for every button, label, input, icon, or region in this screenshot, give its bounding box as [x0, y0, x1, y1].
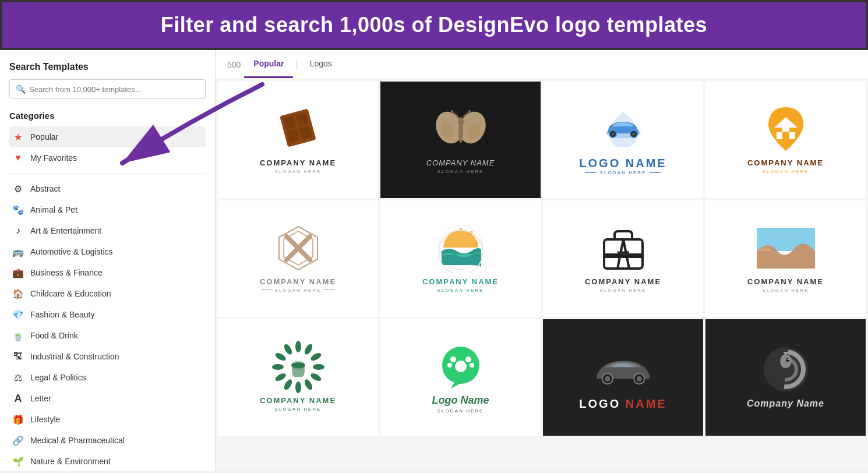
sidebar-item-label: Legal & Politics: [30, 373, 86, 382]
logo-text-block-6: COMPANY NAME SLOGAN HERE: [422, 277, 499, 293]
company-name-3: LOGO NAME: [579, 157, 666, 170]
slogan-10: SLOGAN HERE: [432, 408, 489, 414]
sidebar-item-label: Letter: [30, 394, 51, 403]
logo-card-5[interactable]: COMPANY NAME SLOGAN HERE: [218, 200, 378, 317]
svg-point-50: [274, 351, 287, 362]
sidebar-item-label: Business & Finance: [30, 268, 103, 277]
company-name-4: COMPANY NAME: [747, 158, 824, 167]
sidebar-item-label: Lifestyle: [30, 415, 60, 424]
logo-grid: COMPANY NAME SLOGAN HERE: [216, 79, 868, 438]
logo-card-8[interactable]: COMPANY NAME SLOGAN HERE: [705, 200, 866, 317]
medical-icon: 🔗: [12, 434, 24, 447]
svg-point-40: [295, 341, 301, 352]
art-icon: ♪: [12, 224, 24, 237]
tabs-bar: 500 Popular | Logos: [216, 50, 868, 79]
slogan-8: SLOGAN HERE: [747, 288, 824, 293]
sidebar-item-label: Popular: [30, 132, 58, 142]
logo-card-7[interactable]: COMPANY NAME SLOGAN HERE: [543, 200, 703, 317]
svg-point-44: [309, 372, 322, 383]
logo-card-1[interactable]: COMPANY NAME SLOGAN HERE: [218, 82, 378, 198]
sidebar-item-medical[interactable]: 🔗 Medical & Pharmaceutical: [9, 430, 206, 451]
sidebar-item-nature[interactable]: 🌱 Nature & Environment: [9, 451, 206, 471]
svg-point-48: [274, 372, 287, 383]
categories-title: Categories: [9, 111, 206, 121]
logo-visual-11: [594, 345, 652, 391]
logo-text-block-3: LOGO NAME SLOGAN HERE: [579, 157, 666, 175]
slogan-5: SLOGAN HERE: [275, 288, 322, 293]
company-name-8: COMPANY NAME: [747, 277, 824, 286]
svg-point-42: [309, 351, 322, 362]
company-name-6: COMPANY NAME: [422, 277, 499, 286]
sidebar-item-childcare[interactable]: 🏠 Childcare & Education: [9, 283, 206, 304]
company-name-5: COMPANY NAME: [260, 277, 336, 286]
svg-point-19: [632, 132, 636, 136]
company-name-1: COMPANY NAME: [260, 158, 336, 167]
svg-point-70: [786, 358, 789, 362]
logo-text-block-4: COMPANY NAME Slogan Here: [747, 158, 824, 174]
logo-visual-3: [594, 104, 652, 151]
search-box[interactable]: 🔍: [9, 79, 206, 99]
sidebar-item-label: Automotive & Logistics: [30, 247, 113, 256]
logo-text-block-5: COMPANY NAME SLOGAN HERE: [260, 277, 336, 293]
logo-visual-9: [269, 344, 327, 390]
sidebar-item-label: Medical & Pharmaceutical: [30, 436, 125, 445]
sidebar-item-fashion[interactable]: 💎 Fashion & Beauty: [9, 304, 206, 325]
logo-visual-1: [269, 106, 327, 153]
svg-point-41: [303, 343, 314, 355]
svg-point-56: [455, 361, 467, 372]
sidebar-item-abstract[interactable]: ⚙ Abstract: [9, 178, 206, 199]
sidebar-item-popular[interactable]: ★ Popular: [9, 126, 206, 147]
sidebar-item-art[interactable]: ♪ Art & Entertainment: [9, 220, 206, 241]
logo-card-10[interactable]: Logo Name SLOGAN HERE: [380, 319, 541, 436]
sidebar-item-lifestyle[interactable]: 🎁 Lifestyle: [9, 409, 206, 430]
sidebar-item-letter[interactable]: A Letter: [9, 388, 206, 409]
slogan-3: SLOGAN HERE: [579, 170, 666, 175]
sidebar-item-business[interactable]: 💼 Business & Finance: [9, 262, 206, 283]
header-title: Filter and search 1,000s of DesignEvo lo…: [20, 13, 848, 37]
animal-icon: 🐾: [12, 203, 24, 216]
popular-icon: ★: [12, 130, 24, 143]
svg-point-59: [447, 363, 452, 368]
header-banner: Filter and search 1,000s of DesignEvo lo…: [0, 0, 868, 50]
tab-logos[interactable]: Logos: [301, 51, 341, 78]
tab-popular[interactable]: Popular: [244, 51, 293, 78]
sidebar-item-animal[interactable]: 🐾 Animal & Pet: [9, 199, 206, 220]
logo-card-2[interactable]: COMPANY NAME slogan here: [380, 82, 541, 198]
logo-card-6[interactable]: COMPANY NAME SLOGAN HERE: [380, 200, 541, 317]
company-name-10: Logo Name: [432, 394, 489, 407]
svg-point-46: [295, 382, 301, 393]
logo-visual-8: [757, 225, 815, 271]
sidebar-item-favorites[interactable]: ♥ My Favorites: [9, 147, 206, 168]
company-name-7: COMPANY NAME: [585, 277, 661, 286]
sidebar-item-automotive[interactable]: 🚌 Automotive & Logistics: [9, 241, 206, 262]
search-input[interactable]: [29, 85, 199, 94]
company-name-12: Company Name: [747, 398, 824, 409]
sidebar-title: Search Templates: [9, 62, 206, 72]
logo-card-12[interactable]: Company Name: [705, 319, 866, 436]
sidebar-item-label: My Favorites: [30, 153, 77, 163]
svg-point-63: [605, 376, 610, 381]
company-name-2: COMPANY NAME: [426, 158, 495, 167]
logo-card-4[interactable]: COMPANY NAME Slogan Here: [705, 82, 866, 198]
logo-card-9[interactable]: COMPANY NAME SLOGAN HERE: [218, 319, 378, 436]
sidebar-item-label: Nature & Environment: [30, 457, 111, 466]
svg-point-47: [283, 378, 294, 391]
sidebar-item-legal[interactable]: ⚖ Legal & Politics: [9, 367, 206, 388]
svg-point-64: [636, 376, 641, 381]
logo-visual-10: [432, 342, 490, 389]
sidebar-item-label: Industrial & Construction: [30, 352, 119, 361]
logo-card-11[interactable]: LOGO NAME: [543, 319, 703, 436]
logo-visual-7: [594, 225, 652, 271]
svg-point-60: [470, 363, 474, 368]
sidebar-item-industrial[interactable]: 🏗 Industrial & Construction: [9, 346, 206, 367]
food-icon: 🍵: [12, 329, 24, 342]
sidebar-item-food[interactable]: 🍵 Food & Drink: [9, 325, 206, 346]
logo-visual-5: [269, 225, 327, 271]
sidebar-item-label: Animal & Pet: [30, 205, 77, 214]
sidebar: Search Templates 🔍 Categories ★ Popular …: [0, 50, 216, 471]
slogan-7: SLOGAN HERE: [585, 288, 661, 293]
automotive-icon: 🚌: [12, 245, 24, 258]
sidebar-item-label: Art & Entertainment: [30, 226, 101, 235]
logo-card-3[interactable]: LOGO NAME SLOGAN HERE: [543, 82, 703, 198]
svg-marker-55: [451, 382, 464, 389]
